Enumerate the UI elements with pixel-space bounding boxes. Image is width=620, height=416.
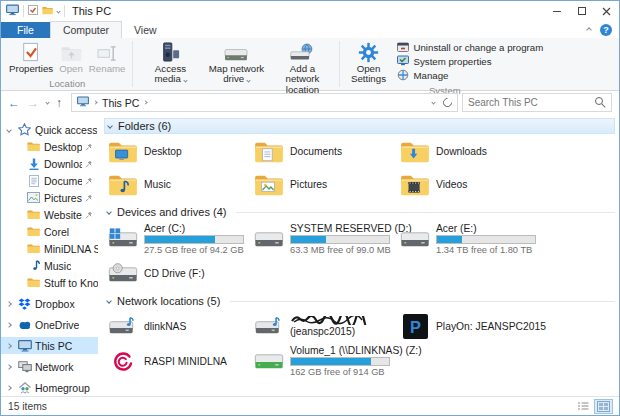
tile-volume-1-dlinknas-z[interactable]: Volume_1 (\\DLINKNAS) (Z:)162 GB free of… — [252, 343, 398, 379]
tile-acer-c[interactable]: Acer (C:)27.5 GB free of 94.2 GB — [106, 221, 252, 257]
tab-view[interactable]: View — [122, 22, 169, 38]
sidebar-item-label: Pictures — [44, 192, 82, 204]
tab-file[interactable]: File — [1, 22, 50, 38]
dropdown-icon — [183, 79, 187, 83]
sidebar-item-quick-access[interactable]: Quick access — [1, 121, 98, 138]
sidebar-item-corel[interactable]: Corel — [1, 223, 98, 240]
expander-icon[interactable] — [4, 365, 14, 369]
collapse-ribbon-icon[interactable] — [586, 27, 592, 33]
tab-computer[interactable]: Computer — [50, 21, 122, 38]
section-header-folders[interactable]: Folders (6) — [104, 118, 615, 134]
tile-text: Acer (C:)27.5 GB free of 94.2 GB — [144, 223, 244, 255]
open-settings-button[interactable]: Open Settings — [344, 39, 392, 85]
expander-icon[interactable] — [4, 323, 14, 327]
open-button[interactable]: Open — [56, 39, 86, 74]
uninstall-label: Uninstall or change a program — [413, 42, 543, 53]
access-media-button[interactable]: Access media — [137, 39, 203, 85]
collapse-section-icon[interactable] — [106, 209, 112, 215]
uninstall-program-button[interactable]: Uninstall or change a program — [394, 41, 545, 53]
expander-icon[interactable] — [4, 302, 14, 306]
collapse-section-icon[interactable] — [107, 123, 113, 129]
tile-text: PlayOn: JEANSPC2015 — [436, 321, 542, 332]
sidebar-item-documents[interactable]: Documents — [1, 172, 98, 189]
breadcrumb[interactable]: This PC — [102, 97, 139, 109]
expander-icon[interactable] — [4, 128, 14, 132]
search-icon[interactable] — [595, 97, 606, 108]
back-button[interactable]: ← — [8, 96, 20, 110]
tile-downloads[interactable]: Downloads — [398, 135, 544, 168]
expander-icon[interactable] — [4, 344, 14, 348]
tile-pictures[interactable]: Pictures — [252, 168, 398, 201]
pictures-icon — [254, 172, 284, 197]
minimize-button[interactable] — [544, 1, 569, 21]
tile-playon-jeanspc2015[interactable]: PPlayOn: JEANSPC2015 — [398, 310, 544, 343]
collapse-section-icon[interactable] — [106, 298, 112, 304]
tile-videos[interactable]: Videos — [398, 168, 544, 201]
breadcrumb-separator-icon[interactable] — [93, 100, 97, 104]
tile-raspi-minidlna[interactable]: RASPI MINIDLNA — [106, 343, 252, 379]
address-dropdown-icon[interactable] — [431, 100, 435, 104]
sidebar-item-onedrive[interactable]: OneDrive — [1, 316, 98, 333]
map-network-drive-button[interactable]: Map network drive — [203, 39, 269, 85]
tile-grid-drives: Acer (C:)27.5 GB free of 94.2 GBSYSTEM R… — [106, 221, 617, 290]
refresh-icon[interactable] — [441, 96, 454, 109]
breadcrumb-separator-icon[interactable] — [144, 100, 148, 104]
address-bar[interactable]: This PC — [71, 93, 458, 112]
drive-windows-icon — [108, 228, 138, 250]
details-view-button[interactable] — [575, 400, 591, 412]
recent-locations-icon[interactable] — [45, 100, 49, 104]
sidebar-item-network[interactable]: Network — [1, 358, 98, 375]
forward-button[interactable]: → — [27, 96, 39, 110]
item-label: SYSTEM RESERVED (D:) — [290, 223, 396, 234]
drive-icon — [254, 228, 284, 250]
properties-button[interactable]: Properties — [6, 39, 56, 74]
tile-cd-drive-f[interactable]: CD Drive (F:) — [106, 257, 252, 290]
up-button[interactable]: ↑ — [56, 96, 62, 110]
sidebar-item-downloads[interactable]: Downloads — [1, 155, 98, 172]
sidebar-item-label: Websites — [44, 209, 82, 221]
tile-acer-e[interactable]: Acer (E:)1.34 TB free of 1.80 TB — [398, 221, 544, 257]
add-network-location-button[interactable]: Add a network location — [269, 39, 335, 95]
rename-button[interactable]: Rename — [86, 39, 129, 74]
sidebar-item-desktop[interactable]: Desktop — [1, 138, 98, 155]
tile-jeanspc2015[interactable]: (jeanspc2015) — [252, 310, 398, 343]
section-header-drives[interactable]: Devices and drives (4) — [104, 204, 615, 220]
tile-documents[interactable]: Documents — [252, 135, 398, 168]
sidebar-item-websites[interactable]: Websites — [1, 206, 98, 223]
qat-properties-icon[interactable] — [28, 5, 38, 17]
tile-music[interactable]: Music — [106, 168, 252, 201]
homegroup-icon — [17, 382, 32, 394]
sidebar-item-label: Documents — [44, 175, 82, 187]
tile-system-reserved-d[interactable]: SYSTEM RESERVED (D:)63.3 MB free of 99.0… — [252, 221, 398, 257]
tile-dlinknas[interactable]: dlinkNAS — [106, 310, 252, 343]
sidebar-item-minidlna-server-pi[interactable]: MiniDLNA Server Pi — [1, 240, 98, 257]
thumbnails-view-button[interactable] — [595, 400, 612, 413]
sidebar-item-label: Dropbox — [35, 298, 75, 310]
tile-desktop[interactable]: Desktop — [106, 135, 252, 168]
search-input[interactable] — [468, 97, 595, 108]
sidebar-item-dropbox[interactable]: Dropbox — [1, 295, 98, 312]
section-header-network[interactable]: Network locations (5) — [104, 293, 615, 309]
sidebar-item-homegroup[interactable]: Homegroup — [1, 379, 98, 396]
qat-dropdown-icon[interactable] — [56, 9, 60, 13]
system-properties-button[interactable]: System properties — [394, 55, 545, 67]
window-title: This PC — [72, 5, 111, 17]
close-button[interactable] — [594, 1, 619, 21]
tile-text: Acer (E:)1.34 TB free of 1.80 TB — [436, 223, 536, 255]
expander-icon[interactable] — [4, 386, 14, 390]
help-icon[interactable]: ? — [600, 24, 612, 36]
downloads-icon — [400, 139, 430, 164]
maximize-button[interactable] — [569, 1, 594, 21]
sidebar-item-this-pc[interactable]: This PC — [1, 337, 98, 354]
debian-icon — [108, 348, 138, 374]
map-drive-icon — [224, 41, 248, 63]
manage-button[interactable]: Manage — [394, 69, 545, 81]
sidebar-item-pictures[interactable]: Pictures — [1, 189, 98, 206]
qat-new-folder-icon[interactable] — [42, 5, 53, 17]
manage-label: Manage — [413, 70, 448, 81]
search-box[interactable] — [462, 93, 612, 112]
sidebar-item-label: Corel — [44, 226, 69, 238]
sidebar-item-stuff-to-know[interactable]: Stuff to Know — [1, 274, 98, 291]
sidebar-item-music[interactable]: Music — [1, 257, 98, 274]
main-area: Quick accessDesktopDownloadsDocumentsPic… — [1, 114, 619, 396]
